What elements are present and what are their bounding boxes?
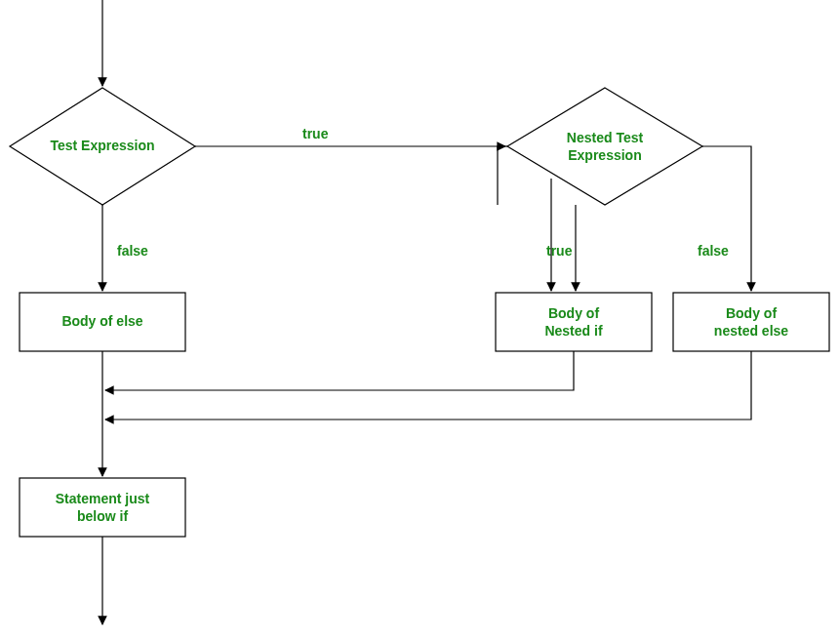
- edge-label-nested-true: true: [546, 243, 573, 259]
- label-statement-below-if-l2: below if: [77, 508, 128, 524]
- edge-label-nested-false: false: [698, 243, 729, 259]
- label-statement-below-if-l1: Statement just: [56, 491, 150, 506]
- edge-label-test-true: true: [302, 126, 329, 141]
- edge-nested-else-merge: [105, 351, 751, 420]
- label-body-nested-else-l1: Body of: [726, 305, 777, 321]
- label-nested-test-expression-l2: Expression: [568, 147, 641, 163]
- label-test-expression: Test Expression: [50, 138, 154, 153]
- edge-nested-true-corner: [498, 146, 507, 205]
- label-nested-test-expression-l1: Nested Test: [567, 130, 644, 145]
- edge-nested-false: [702, 146, 751, 291]
- label-body-nested-if-l2: Nested if: [544, 323, 602, 339]
- edge-label-test-false: false: [117, 243, 148, 259]
- label-body-else: Body of else: [61, 313, 142, 329]
- label-body-nested-if-l1: Body of: [548, 305, 599, 321]
- label-body-nested-else-l2: nested else: [714, 323, 788, 339]
- edge-nested-if-merge: [105, 351, 574, 390]
